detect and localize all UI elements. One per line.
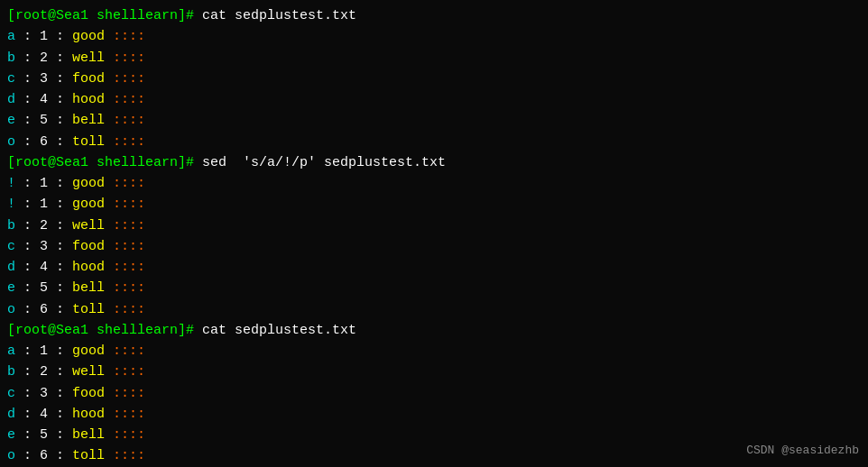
line-20: d : 4 : hood :::: (7, 404, 861, 425)
cmd-1: cat sedplustest.txt (194, 8, 356, 23)
line-19: c : 3 : food :::: (7, 383, 861, 404)
line-12: c : 3 : food :::: (7, 236, 861, 257)
prompt-2: [root@Sea1 shelllearn]# (7, 155, 194, 170)
cmd-2: sed 's/a/!/p' sedplustest.txt (194, 155, 446, 170)
line-10: ! : 1 : good :::: (7, 194, 861, 215)
line-17: a : 1 : good :::: (7, 341, 861, 362)
line-5: d : 4 : hood :::: (7, 89, 861, 110)
line-14: e : 5 : bell :::: (7, 278, 861, 298)
line-4: c : 3 : food :::: (7, 69, 861, 89)
line-18: b : 2 : well :::: (7, 362, 861, 382)
terminal-window: [root@Sea1 shelllearn]# cat sedplustest.… (0, 0, 868, 467)
line-22: o : 6 : toll :::: (7, 445, 861, 466)
line-8: [root@Sea1 shelllearn]# sed 's/a/!/p' se… (7, 152, 861, 173)
line-16: [root@Sea1 shelllearn]# cat sedplustest.… (7, 320, 861, 341)
line-6: e : 5 : bell :::: (7, 110, 861, 131)
line-3: b : 2 : well :::: (7, 48, 861, 69)
line-21: e : 5 : bell :::: (7, 425, 861, 445)
prompt-1: [root@Sea1 shelllearn]# (7, 8, 194, 23)
watermark: CSDN @seasidezhb (746, 442, 859, 460)
line-9: ! : 1 : good :::: (7, 173, 861, 194)
cmd-3: cat sedplustest.txt (194, 323, 356, 338)
line-13: d : 4 : hood :::: (7, 257, 861, 278)
line-2: a : 1 : good :::: (7, 26, 861, 47)
line-1: [root@Sea1 shelllearn]# cat sedplustest.… (7, 5, 861, 26)
line-11: b : 2 : well :::: (7, 215, 861, 236)
line-15: o : 6 : toll :::: (7, 299, 861, 320)
line-7: o : 6 : toll :::: (7, 132, 861, 152)
prompt-3: [root@Sea1 shelllearn]# (7, 323, 194, 338)
